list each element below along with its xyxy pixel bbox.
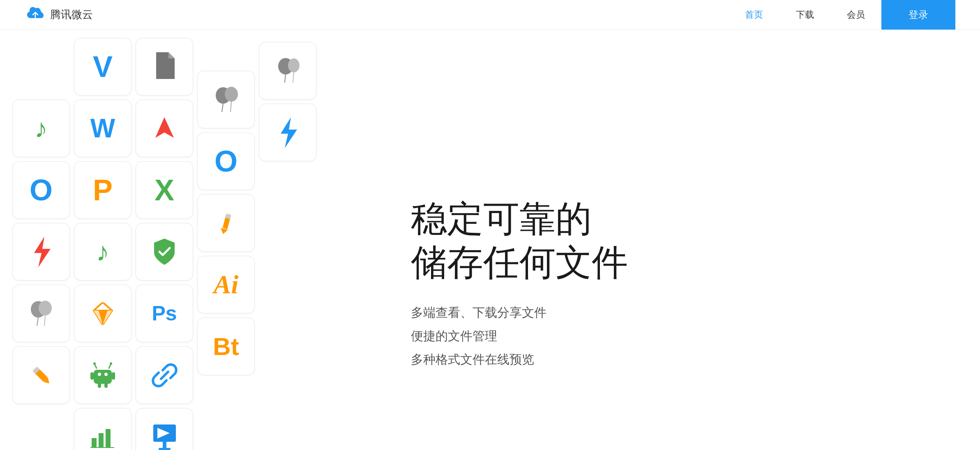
svg-marker-29 [155, 117, 174, 138]
svg-rect-24 [92, 438, 97, 447]
nav-download[interactable]: 下载 [796, 9, 814, 21]
icon-col-3: X Ps [136, 38, 193, 450]
icon-tile-flash-red [12, 223, 70, 281]
icon-tile-o-blue: O [12, 161, 70, 219]
feature-3: 多种格式文件在线预览 [411, 351, 628, 368]
icon-tile-empty-4 [259, 289, 316, 346]
svg-rect-34 [159, 448, 171, 450]
svg-line-48 [285, 74, 286, 83]
icon-grid: ♪ O [0, 30, 370, 450]
svg-line-49 [293, 72, 294, 83]
login-button[interactable]: 登录 [881, 0, 955, 30]
svg-rect-15 [112, 372, 115, 380]
icon-tile-diamond [74, 285, 131, 342]
svg-point-18 [98, 373, 101, 376]
icon-tile-ai: Ai [197, 256, 255, 313]
icon-tile-w-blue: W [74, 100, 131, 157]
icon-tile-link [136, 346, 193, 404]
hero-features: 多端查看、下载分享文件 便捷的文件管理 多种格式文件在线预览 [411, 304, 628, 368]
svg-marker-0 [34, 237, 51, 267]
svg-line-30 [161, 372, 168, 379]
svg-line-3 [37, 318, 38, 326]
icon-tile-p-orange: P [74, 161, 131, 219]
hero-text: 稳定可靠的 储存任何文件 多端查看、下载分享文件 便捷的文件管理 多种格式文件在… [411, 197, 628, 368]
svg-point-19 [104, 373, 108, 376]
icon-tile-o-blue2: O [197, 132, 255, 190]
svg-rect-14 [90, 372, 94, 380]
icon-tile-pencil-1 [12, 346, 70, 404]
svg-rect-25 [99, 433, 104, 447]
icon-tile-shield [136, 223, 193, 281]
feature-1: 多端查看、下载分享文件 [411, 304, 628, 321]
icon-col-5 [259, 42, 316, 450]
icon-tile-music: ♪ [12, 100, 70, 157]
icon-tile-android [74, 346, 131, 404]
feature-2: 便捷的文件管理 [411, 328, 628, 345]
svg-rect-13 [94, 370, 112, 384]
logo-text: 腾讯微云 [50, 7, 93, 22]
svg-rect-16 [98, 382, 101, 388]
logo-icon [25, 7, 46, 23]
svg-line-41 [222, 104, 223, 112]
icon-col-2: V W P ♪ [74, 38, 131, 450]
svg-rect-17 [104, 382, 108, 388]
svg-point-22 [93, 362, 96, 365]
icon-tile-doc [136, 38, 193, 95]
icon-tile-balloons [12, 285, 70, 342]
svg-point-2 [39, 301, 52, 315]
svg-point-47 [288, 58, 300, 72]
hero-section: 稳定可靠的 储存任何文件 多端查看、下载分享文件 便捷的文件管理 多种格式文件在… [370, 30, 980, 450]
icon-tile-pencil-2 [197, 194, 255, 252]
svg-rect-26 [106, 429, 111, 447]
nav-member[interactable]: 会员 [847, 9, 865, 21]
icon-tile-empty-3 [259, 227, 316, 285]
nav-area: 首页 下载 会员 [745, 9, 865, 21]
svg-marker-50 [281, 117, 297, 148]
icon-tile-flash-blue [259, 104, 316, 161]
icon-tile-v-blue: V [74, 38, 131, 95]
nav-home[interactable]: 首页 [745, 9, 763, 21]
icon-tile-balloons-dark [197, 71, 255, 128]
svg-rect-5 [32, 366, 48, 382]
icon-tile-chart [74, 408, 131, 450]
svg-line-4 [44, 315, 45, 326]
icon-tile-keynote [136, 408, 193, 450]
svg-point-23 [110, 362, 112, 365]
hero-title: 稳定可靠的 储存任何文件 [411, 197, 628, 284]
icon-tile-x-green: X [136, 161, 193, 219]
icon-col-1: ♪ O [12, 38, 70, 450]
icon-tile-balloons2 [259, 42, 316, 100]
icon-tile-music-green: ♪ [74, 223, 131, 281]
icon-tile-empty-1 [12, 38, 70, 95]
main-content: ♪ O [0, 30, 980, 450]
header: 腾讯微云 首页 下载 会员 登录 [0, 0, 980, 30]
svg-line-42 [231, 102, 231, 112]
icon-tile-arrow-red [136, 100, 193, 157]
logo-area: 腾讯微云 [25, 7, 93, 23]
svg-rect-33 [163, 442, 166, 448]
icon-tile-bt: Bt [197, 318, 255, 375]
icon-tile-ps: Ps [136, 285, 193, 342]
svg-point-40 [225, 87, 238, 102]
icon-tile-empty-2 [259, 165, 316, 223]
icon-col-4: O Ai Bt [197, 71, 255, 450]
